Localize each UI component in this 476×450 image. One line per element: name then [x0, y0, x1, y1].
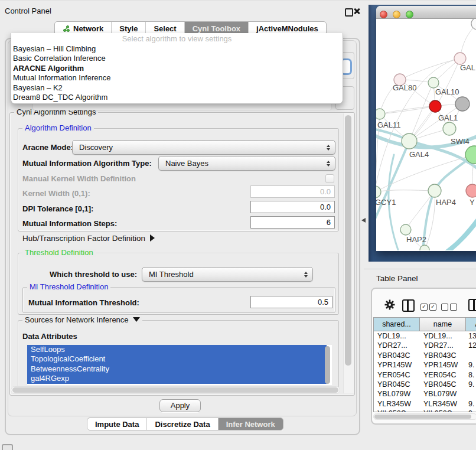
settings-hscrollbar-thumb[interactable]: [12, 387, 338, 393]
tab-label: Network: [73, 24, 103, 33]
network-edge[interactable]: [380, 106, 435, 114]
mi-steps-field[interactable]: 6: [250, 216, 335, 229]
kernel-width-label: Kernel Width (0,1):: [22, 189, 90, 198]
stepper-arrows-icon: [304, 272, 308, 278]
tab-label: Cyni Toolbox: [193, 24, 240, 33]
network-node-gal4[interactable]: [402, 133, 417, 149]
tab-infer-network[interactable]: Infer Network: [218, 418, 283, 430]
close-traffic-light-icon[interactable]: [380, 11, 387, 18]
manual-kernel-checkbox[interactable]: [325, 174, 334, 183]
column-header[interactable]: A: [466, 318, 476, 331]
sources-title: Sources for Network Inference: [25, 315, 129, 324]
settings-scrollbar-thumb[interactable]: [345, 115, 351, 366]
mi-threshold-label: Mutual Information Threshold:: [28, 298, 139, 307]
float-window-icon[interactable]: [345, 8, 353, 17]
dropdown-item[interactable]: Mutual Information Inference: [11, 73, 343, 83]
column-header[interactable]: shared...: [374, 318, 420, 331]
zoom-traffic-light-icon[interactable]: [406, 11, 413, 18]
desktop-background: GALGAL80GAL10GAL1GAL11GAL4SWI4GCY1HAP4YH…: [369, 5, 476, 262]
table-row[interactable]: YBR043CYBR043C: [374, 351, 476, 360]
aracne-mode-select[interactable]: Discovery: [72, 140, 335, 155]
network-node-y[interactable]: [466, 184, 476, 197]
network-node-hap2[interactable]: [400, 224, 411, 235]
network-node-hap4[interactable]: [428, 184, 441, 197]
table-cell: YDL19...: [374, 331, 420, 341]
attributes-scrollbar-thumb[interactable]: [325, 346, 330, 384]
dock-mini-icon[interactable]: [2, 444, 13, 450]
table-row[interactable]: YLR345WYLR345W9.: [374, 399, 476, 409]
table-row[interactable]: YBL079WYBL079W: [374, 389, 476, 399]
table-row[interactable]: YER054CYER054C8.: [374, 370, 476, 380]
hub-tf-label: Hub/Transcription Factor Definition: [22, 234, 145, 243]
apply-button[interactable]: Apply: [159, 399, 201, 412]
deselect-all-columns-icon[interactable]: [441, 302, 459, 311]
attribute-list-item[interactable]: TopologicalCoefficient: [27, 354, 327, 364]
mi-type-select[interactable]: Naive Bayes: [158, 156, 335, 171]
network-node[interactable]: [455, 97, 470, 111]
close-icon[interactable]: [353, 8, 360, 15]
dropdown-item[interactable]: Bayesian – K2: [11, 83, 343, 93]
table-cell: YPR145W: [420, 360, 466, 370]
table-row[interactable]: YDR27...YDR27...12: [374, 341, 476, 350]
attribute-list-item[interactable]: BetweennessCentrality: [27, 364, 327, 374]
dpi-tolerance-field[interactable]: 0.0: [250, 201, 335, 213]
table-cell: 9.: [466, 399, 476, 409]
table-cell: [466, 389, 476, 399]
network-edge[interactable]: [400, 58, 460, 80]
network-edge[interactable]: [406, 191, 435, 230]
table-cell: YBR045C: [420, 380, 466, 389]
network-node[interactable]: [471, 19, 476, 30]
node-label: GAL80: [393, 83, 416, 92]
kernel-width-field[interactable]: 0.0: [250, 185, 335, 198]
table-row[interactable]: YPR145WYPR145W9.: [374, 360, 476, 370]
tab-discretize-data[interactable]: Discretize Data: [146, 418, 217, 430]
dropdown-item[interactable]: Basic Correlation Inference: [11, 54, 343, 63]
network-edge[interactable]: [376, 190, 435, 192]
which-threshold-value: MI Threshold: [149, 270, 194, 279]
select-all-columns-icon[interactable]: ✓✓: [420, 302, 438, 311]
attribute-list-item[interactable]: SelfLoops: [27, 345, 327, 354]
table-cell: YDL19...: [420, 331, 466, 341]
column-header[interactable]: name: [420, 318, 466, 331]
mi-threshold-field[interactable]: 0.5: [250, 296, 332, 308]
which-threshold-select[interactable]: MI Threshold: [142, 267, 313, 282]
table-cell: YBL079W: [374, 389, 420, 399]
dropdown-item[interactable]: ARACNE Algorithm: [11, 64, 343, 73]
table-row[interactable]: YBR045CYBR045C9.: [374, 380, 476, 389]
minimize-traffic-light-icon[interactable]: [393, 11, 400, 18]
network-canvas[interactable]: GALGAL80GAL10GAL1GAL11GAL4SWI4GCY1HAP4YH…: [376, 19, 476, 250]
tab-label: Style: [119, 24, 138, 33]
dropdown-item[interactable]: Bayesian – Hill Climbing: [11, 44, 343, 54]
data-attributes-list: SelfLoopsTopologicalCoefficientBetweenne…: [27, 345, 332, 385]
table-hscrollbar-thumb[interactable]: [374, 415, 471, 419]
dropdown-item[interactable]: Dream8 DC_TDC Algorithm: [11, 93, 343, 102]
table-cell: YBR045C: [374, 380, 420, 389]
network-edge[interactable]: [442, 214, 476, 250]
gear-icon[interactable]: [384, 299, 396, 311]
hub-tf-expander[interactable]: Hub/Transcription Factor Definition: [22, 234, 155, 243]
network-node-gal[interactable]: [454, 53, 466, 64]
tab-impute-data[interactable]: Impute Data: [87, 418, 146, 430]
table-cell: YLR345W: [374, 399, 420, 409]
network-view-window[interactable]: GALGAL80GAL10GAL1GAL11GAL4SWI4GCY1HAP4YH…: [376, 6, 476, 251]
table-cell: YBR043C: [374, 351, 420, 360]
network-node-gal10[interactable]: [428, 77, 439, 88]
checked-box-icon: ✓: [429, 304, 436, 311]
network-node-gcy1[interactable]: [376, 186, 381, 198]
tab-label: Discretize Data: [155, 420, 210, 429]
splitter-arrow-icon[interactable]: [361, 218, 366, 223]
network-edge[interactable]: [376, 141, 409, 221]
sources-expander[interactable]: Sources for Network Inference: [22, 316, 142, 324]
node-label: GAL: [460, 63, 475, 72]
table-cell: YBR043C: [420, 351, 466, 360]
attribute-list-item[interactable]: gal4RGexp: [27, 374, 327, 383]
network-node[interactable]: [429, 100, 441, 112]
new-table-icon[interactable]: [468, 299, 476, 311]
network-node[interactable]: [420, 245, 429, 250]
split-columns-icon[interactable]: [402, 299, 415, 312]
network-node-gal1[interactable]: [443, 122, 456, 135]
table-row[interactable]: YIL052CYIL052C9.: [374, 409, 476, 412]
network-window-titlebar[interactable]: [376, 6, 476, 19]
table-row[interactable]: YDL19...YDL19...13: [374, 331, 476, 341]
network-node-gal11[interactable]: [376, 109, 385, 119]
